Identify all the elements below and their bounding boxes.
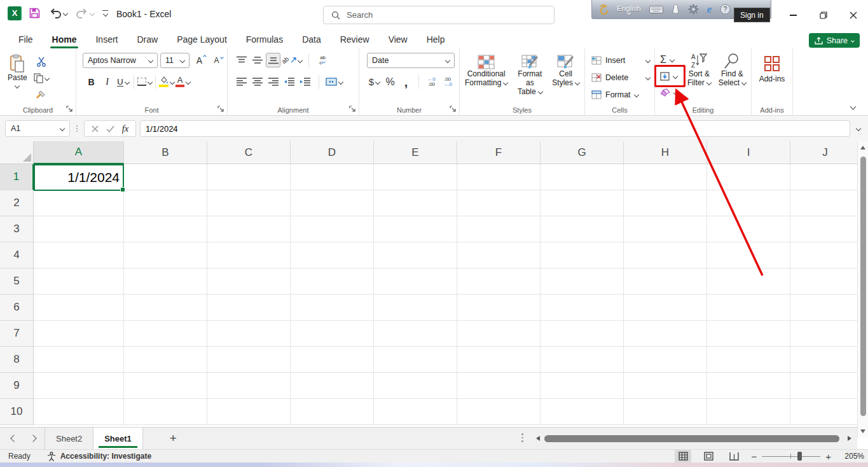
percent-style-button[interactable]: % bbox=[383, 74, 397, 89]
cell-I4[interactable] bbox=[707, 242, 790, 268]
conditional-formatting-button[interactable]: Conditional Formatting bbox=[462, 53, 510, 97]
cell-F2[interactable] bbox=[457, 190, 541, 216]
find-select-button[interactable]: Find & Select bbox=[716, 52, 748, 100]
column-header-a[interactable]: A bbox=[34, 141, 124, 164]
row-header-7[interactable]: 7 bbox=[0, 321, 34, 347]
cell-J2[interactable] bbox=[790, 190, 857, 216]
cell-C8[interactable] bbox=[207, 347, 291, 373]
cell-D8[interactable] bbox=[291, 347, 374, 373]
orientation-dropdown-icon[interactable] bbox=[298, 57, 303, 62]
column-header-j[interactable]: J bbox=[790, 141, 857, 164]
column-header-d[interactable]: D bbox=[291, 141, 374, 164]
cell-E2[interactable] bbox=[374, 190, 457, 216]
cell-E3[interactable] bbox=[374, 216, 457, 242]
accounting-dropdown-icon[interactable] bbox=[375, 79, 380, 84]
tab-help[interactable]: Help bbox=[417, 31, 455, 48]
cell-A10[interactable] bbox=[34, 399, 124, 425]
column-header-b[interactable]: B bbox=[124, 141, 207, 164]
browser-e-icon[interactable]: e bbox=[707, 3, 712, 16]
column-header-i[interactable]: I bbox=[707, 141, 790, 164]
cell-C1[interactable] bbox=[207, 164, 291, 190]
center-button[interactable] bbox=[250, 74, 265, 89]
close-button[interactable] bbox=[838, 0, 868, 31]
cell-J1[interactable] bbox=[790, 164, 857, 190]
cell-H6[interactable] bbox=[624, 295, 707, 321]
paste-button[interactable]: Paste bbox=[5, 53, 30, 102]
copy-button[interactable] bbox=[34, 71, 49, 85]
row-header-5[interactable]: 5 bbox=[0, 268, 34, 295]
wrap-text-button[interactable]: ab c↵ bbox=[315, 53, 330, 67]
cell-B8[interactable] bbox=[124, 347, 207, 373]
cell-D6[interactable] bbox=[291, 295, 374, 321]
zoom-slider-thumb[interactable] bbox=[797, 452, 802, 461]
fill-color-dropdown-icon[interactable] bbox=[170, 79, 175, 84]
name-box[interactable]: A1 bbox=[5, 120, 70, 137]
cell-D9[interactable] bbox=[291, 373, 374, 399]
sort-filter-button[interactable]: AZ Sort & Filter bbox=[685, 52, 713, 100]
row-header-9[interactable]: 9 bbox=[0, 373, 34, 399]
autosum-button[interactable]: Σ bbox=[660, 52, 682, 67]
sheet-tab-sheet1[interactable]: Sheet1 bbox=[93, 428, 143, 449]
cell-F9[interactable] bbox=[457, 373, 541, 399]
share-button[interactable]: Share bbox=[809, 33, 860, 48]
accounting-format-button[interactable]: $ bbox=[367, 74, 382, 89]
cell-G5[interactable] bbox=[541, 268, 624, 295]
increase-decimal-button[interactable]: ←0.00 bbox=[424, 74, 439, 89]
cell-H2[interactable] bbox=[624, 190, 707, 216]
cell-I1[interactable] bbox=[707, 164, 790, 190]
row-header-2[interactable]: 2 bbox=[0, 190, 34, 216]
bold-button[interactable]: B bbox=[84, 74, 99, 89]
cell-I9[interactable] bbox=[707, 373, 790, 399]
undo-dropdown-icon[interactable] bbox=[63, 10, 68, 15]
cell-I3[interactable] bbox=[707, 216, 790, 242]
cell-A5[interactable] bbox=[34, 268, 124, 295]
formula-bar-grip[interactable] bbox=[76, 125, 78, 132]
cell-F1[interactable] bbox=[457, 164, 541, 190]
cell-B6[interactable] bbox=[124, 295, 207, 321]
cell-D4[interactable] bbox=[291, 242, 374, 268]
align-left-button[interactable] bbox=[234, 74, 249, 89]
cancel-button[interactable] bbox=[87, 125, 102, 132]
cell-B1[interactable] bbox=[124, 164, 207, 190]
undo-button[interactable] bbox=[48, 6, 69, 20]
top-align-button[interactable] bbox=[234, 53, 249, 67]
active-cell-a1[interactable]: 1/1/2024 bbox=[34, 164, 124, 191]
cell-J8[interactable] bbox=[790, 347, 857, 373]
column-header-g[interactable]: G bbox=[541, 141, 624, 164]
search-input[interactable] bbox=[347, 10, 525, 20]
copy-dropdown-icon[interactable] bbox=[44, 75, 49, 80]
row-header-10[interactable]: 10 bbox=[0, 399, 34, 425]
cell-H7[interactable] bbox=[624, 321, 707, 347]
align-right-button[interactable] bbox=[266, 74, 280, 89]
cell-B10[interactable] bbox=[124, 399, 207, 425]
cell-I8[interactable] bbox=[707, 347, 790, 373]
orientation-button[interactable]: ab bbox=[282, 53, 302, 67]
column-header-e[interactable]: E bbox=[374, 141, 457, 164]
excel-app-icon[interactable]: X bbox=[8, 6, 22, 20]
collapse-ribbon-icon[interactable] bbox=[850, 104, 857, 110]
comma-style-button[interactable]: , bbox=[399, 74, 413, 89]
tab-draw[interactable]: Draw bbox=[127, 31, 167, 48]
cell-I10[interactable] bbox=[707, 399, 790, 425]
cell-B2[interactable] bbox=[124, 190, 207, 216]
row-header-1[interactable]: 1 bbox=[0, 164, 34, 190]
tab-view[interactable]: View bbox=[379, 31, 417, 48]
cell-E4[interactable] bbox=[374, 242, 457, 268]
cell-H1[interactable] bbox=[624, 164, 707, 190]
format-cells-button[interactable]: Format bbox=[591, 87, 650, 102]
cell-H9[interactable] bbox=[624, 373, 707, 399]
tab-formulas[interactable]: Formulas bbox=[237, 31, 293, 48]
cell-F7[interactable] bbox=[457, 321, 541, 347]
zoom-level[interactable]: 205% bbox=[840, 452, 864, 461]
fill-dropdown-icon[interactable] bbox=[673, 73, 678, 78]
cell-F6[interactable] bbox=[457, 295, 541, 321]
row-header-6[interactable]: 6 bbox=[0, 295, 34, 321]
font-size-combo[interactable]: 11 bbox=[160, 53, 189, 68]
restore-button[interactable] bbox=[808, 0, 838, 31]
cell-F5[interactable] bbox=[457, 268, 541, 295]
clear-dropdown-icon[interactable] bbox=[673, 90, 679, 95]
borders-button[interactable] bbox=[137, 74, 152, 89]
cell-E8[interactable] bbox=[374, 347, 457, 373]
insert-dropdown-icon[interactable] bbox=[645, 58, 651, 63]
alignment-dialog-launcher[interactable] bbox=[349, 106, 356, 113]
